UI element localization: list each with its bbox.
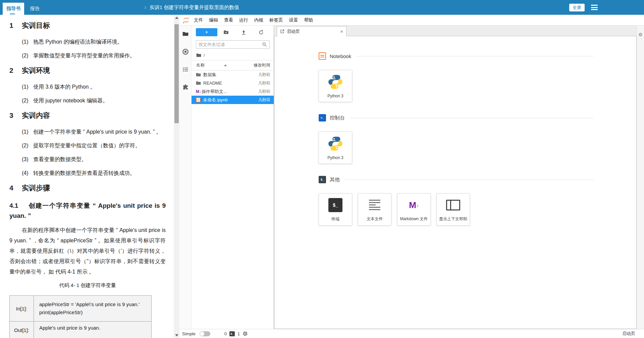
status-bar: Simple 0 $_ 1 启动页: [179, 329, 644, 338]
new-launcher-button[interactable]: +: [196, 28, 217, 36]
menu-icon[interactable]: [591, 5, 598, 10]
search-icon: [262, 42, 267, 47]
code-caption: 代码 4- 1 创建字符串变量: [9, 282, 166, 289]
chevron-right-icon: ›: [144, 4, 147, 10]
guidebook-document: 1 实训目标 (1)熟悉 Python 的编程语法和编译环境。 (2)掌握数值型…: [0, 15, 174, 338]
breadcrumb: › 实训1 创建字符串变量并提取里面的数值: [144, 0, 239, 15]
jupyter-logo-icon: [182, 16, 190, 24]
launcher-card-terminal[interactable]: $_ 终端: [319, 193, 352, 226]
launcher-card-markdown[interactable]: M↓ Markdown 文件: [397, 193, 431, 226]
python-icon: [327, 132, 344, 155]
breadcrumb-root[interactable]: /: [192, 50, 274, 60]
tab-report[interactable]: 报告: [24, 3, 46, 15]
jupyter-sidebar: [179, 26, 192, 329]
notebook-section-icon: [319, 52, 326, 60]
section-rule: [350, 118, 593, 118]
input-code: applePriceStr = 'Apple\'s unit price is …: [34, 296, 152, 322]
section-heading-4: 4实训步骤: [9, 183, 166, 193]
file-row-readme[interactable]: README 几秒前: [192, 79, 274, 87]
section-rule: [356, 56, 593, 56]
menu-view[interactable]: 查看: [221, 15, 236, 25]
new-folder-icon[interactable]: [217, 29, 235, 35]
fullscreen-button[interactable]: 全屏: [569, 4, 585, 11]
running-sessions-icon[interactable]: [182, 48, 189, 55]
scroll-down-icon[interactable]: [174, 332, 179, 338]
column-modified[interactable]: 修改时间: [254, 62, 270, 68]
section-heading-2: 2实训环境: [9, 66, 166, 75]
terminal-count: 0: [224, 331, 227, 336]
list-item: (1)创建一个字符串变量 “ Apple's unit price is 9 y…: [22, 128, 166, 136]
file-browser-toolbar: +: [192, 26, 274, 38]
status-context-label: 启动页: [622, 331, 635, 337]
file-browser-icon[interactable]: [182, 30, 189, 38]
launcher-card-python3-notebook[interactable]: Python 3: [319, 70, 352, 102]
jupyterlab: 文件 编辑 查看 运行 内核 标签页 设置 帮助: [179, 15, 644, 338]
menu-tabs[interactable]: 标签页: [266, 15, 286, 25]
launcher-section-other: $_ 其他 $_ 终端 文本文件: [319, 176, 593, 226]
list-item: (4)转换变量的数据类型并查看是否转换成功。: [22, 170, 166, 177]
tab-bar: 启动页 ×: [274, 26, 637, 36]
simple-mode-toggle[interactable]: [200, 331, 210, 336]
menu-kernel[interactable]: 内核: [251, 15, 266, 25]
output-text: Apple's unit price is 9 yuan.: [34, 322, 152, 338]
scroll-up-icon[interactable]: [174, 15, 179, 20]
section-heading-1: 1 实训目标: [9, 21, 166, 30]
menu-run[interactable]: 运行: [236, 15, 251, 25]
list-item: (2)提取字符型变量中指定位置（数值）的字符。: [22, 142, 166, 149]
sort-ascending-icon: [224, 64, 227, 66]
code-table: In[1]: applePriceStr = 'Apple\'s unit pr…: [9, 295, 152, 338]
list-item: (3)查看变量的数据类型。: [22, 156, 166, 163]
file-row-help-doc[interactable]: M↓ 操作帮助文... 几秒前: [192, 87, 274, 96]
document-scrollbar[interactable]: [174, 15, 179, 338]
menu-file[interactable]: 文件: [191, 15, 206, 25]
kernel-chip-icon: [243, 331, 248, 336]
scrollbar-thumb[interactable]: [174, 24, 179, 123]
jupyter-menubar: 文件 编辑 查看 运行 内核 标签页 设置 帮助: [179, 15, 644, 26]
launcher-section-console: >_ 控制台: [319, 114, 593, 164]
refresh-icon[interactable]: [252, 30, 270, 35]
upload-icon[interactable]: [235, 30, 252, 35]
main-dock-panel: 启动页 × Notebook: [274, 26, 637, 329]
table-row: Out[1]: Apple's unit price is 9 yuan.: [10, 322, 152, 338]
folder-icon: [196, 73, 201, 77]
file-browser-panel: +: [192, 26, 274, 329]
tab-guidebook-label: 指导书: [6, 6, 20, 12]
session-counts[interactable]: 0 $_ 1: [224, 331, 248, 336]
terminal-badge-icon: $_: [229, 331, 235, 336]
launcher-card-textfile[interactable]: 文本文件: [358, 193, 391, 226]
launcher-panel: Notebook Pytho: [274, 36, 637, 329]
extensions-icon[interactable]: [182, 84, 189, 91]
other-section-icon: $_: [319, 176, 326, 183]
notebook-file-icon: [196, 97, 201, 102]
active-tab-indicator: [10, 13, 15, 15]
launcher-card-context-help[interactable]: 显示上下文帮助: [436, 193, 470, 226]
filter-input[interactable]: [199, 42, 262, 47]
body-paragraph: 在新的程序脚本中创建一个字符串变量 “ Apple's unit price i…: [9, 225, 166, 277]
file-row-notebook-selected[interactable]: 未命名.ipynb 几秒后: [192, 96, 274, 104]
text-file-icon: [369, 200, 380, 210]
menu-help[interactable]: 帮助: [301, 15, 316, 25]
launcher-section-notebook: Notebook Pytho: [319, 52, 593, 102]
property-inspector-icon[interactable]: [182, 66, 189, 73]
list-item: (1)熟悉 Python 的编程语法和编译环境。: [22, 38, 166, 46]
page-title: 实训1 创建字符串变量并提取里面的数值: [150, 4, 239, 11]
close-tab-icon[interactable]: ×: [340, 29, 343, 34]
python-icon: [327, 70, 344, 94]
file-row-dataset[interactable]: 数据集 几秒前: [192, 70, 274, 79]
tab-report-label: 报告: [30, 6, 40, 12]
gear-icon[interactable]: ⚙: [638, 32, 643, 329]
menu-edit[interactable]: 编辑: [206, 15, 221, 25]
folder-icon: [196, 81, 201, 85]
tab-launcher[interactable]: 启动页 ×: [277, 26, 346, 36]
launcher-card-python3-console[interactable]: Python 3: [319, 132, 352, 164]
simple-mode-label: Simple: [182, 331, 196, 336]
context-help-icon: [446, 200, 460, 210]
terminal-icon: $_: [328, 198, 342, 212]
launcher-tab-icon: [280, 29, 284, 34]
column-name[interactable]: 名称: [196, 62, 205, 68]
console-section-icon: >_: [319, 114, 326, 122]
output-label: Out[1]:: [10, 322, 34, 338]
table-row: In[1]: applePriceStr = 'Apple\'s unit pr…: [10, 296, 152, 322]
menu-settings[interactable]: 设置: [286, 15, 301, 25]
file-list-header[interactable]: 名称 修改时间: [192, 60, 274, 70]
